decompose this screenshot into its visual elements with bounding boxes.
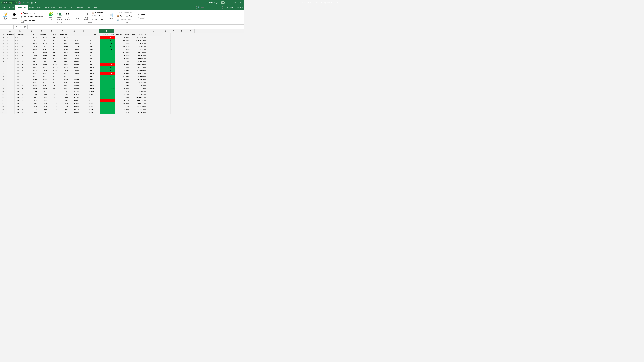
cell-7-K[interactable]: 43.91% [115, 51, 130, 54]
cell-13-A[interactable]: A [7, 69, 14, 72]
cell-23-A[interactable]: A [7, 99, 14, 102]
cell-5-D[interactable]: 57.7 [38, 45, 48, 48]
cell-21-L[interactable]: 3451100 [130, 93, 147, 96]
cell-14-E[interactable]: 60.33 [48, 72, 58, 75]
cell-5-G[interactable]: 1777400 [69, 45, 82, 48]
cell-18-J[interactable]: 0.77 [100, 84, 115, 87]
cell-12-G[interactable]: 2335100 [69, 66, 82, 69]
cell-27-K[interactable]: 3.19% [115, 111, 130, 114]
cell-3-A[interactable]: A [7, 39, 14, 42]
col-header-L[interactable]: L [129, 29, 146, 33]
cell-17-A[interactable]: A [7, 81, 14, 84]
cell-3-N[interactable] [162, 39, 170, 42]
cell-12-E[interactable]: 59.59 [48, 66, 58, 69]
header-cell-M[interactable] [147, 33, 162, 36]
cell-10-H[interactable] [82, 60, 88, 63]
cell-25-C[interactable]: 58.15 [28, 105, 38, 108]
col-header-D[interactable]: D [37, 29, 47, 33]
import-btn[interactable]: ⬇ Import [136, 12, 146, 16]
cell-8-J[interactable]: 8.38 [100, 54, 115, 57]
cell-23-J[interactable]: -6.88 [100, 99, 115, 102]
cell-13-D[interactable]: 60.5 [38, 69, 48, 72]
cell-26-Q[interactable] [187, 108, 196, 111]
insert-ctrl-btn[interactable]: ⊞ Insert [74, 11, 82, 20]
cell-21-Q[interactable] [187, 93, 196, 96]
cell-20-Q[interactable] [187, 90, 196, 93]
cell-18-B[interactable]: 20140123 [14, 84, 28, 87]
cell-3-K[interactable]: 48.54% [115, 39, 130, 42]
cell-16-P[interactable] [179, 78, 187, 81]
cell-25-M[interactable] [147, 105, 162, 108]
cell-26-B[interactable]: 20140204 [14, 108, 28, 111]
cell-7-C[interactable]: 57.33 [28, 51, 38, 54]
cell-18-P[interactable] [179, 84, 187, 87]
autosave-toggle[interactable]: AutoSave On [1, 1, 16, 4]
cell-22-O[interactable] [170, 96, 179, 99]
cell-6-L[interactable]: 237929300 [130, 48, 147, 51]
cell-10-N[interactable] [162, 60, 170, 63]
cell-23-H[interactable] [82, 99, 88, 102]
cell-21-D[interactable]: 58.88 [38, 93, 48, 96]
cell-15-C[interactable]: 60.71 [28, 75, 38, 78]
cell-2-K[interactable]: -28.41% [115, 36, 130, 39]
cell-22-P[interactable] [179, 96, 187, 99]
cell-25-O[interactable] [170, 105, 179, 108]
cell-14-M[interactable] [147, 72, 162, 75]
cell-19-J[interactable]: 2.09 [100, 87, 115, 90]
cell-13-N[interactable] [162, 69, 170, 72]
cell-15-J[interactable]: 22.18 [100, 75, 115, 78]
cell-26-O[interactable] [170, 108, 179, 111]
cell-5-K[interactable]: 54.60% [115, 45, 130, 48]
cell-18-N[interactable] [162, 84, 170, 87]
cell-4-K[interactable]: 2.73% [115, 42, 130, 45]
cell-15-P[interactable] [179, 75, 187, 78]
cell-7-N[interactable] [162, 51, 170, 54]
cell-12-A[interactable]: A [7, 66, 14, 69]
cell-21-J[interactable]: 0.49 [100, 93, 115, 96]
cell-12-O[interactable] [170, 66, 179, 69]
cell-26-G[interactable]: 2911800 [69, 108, 82, 111]
header-cell-G[interactable]: <vol> [69, 33, 82, 36]
cell-22-L[interactable]: 1516024700 [130, 96, 147, 99]
cell-2-E[interactable]: 57.19 [48, 36, 58, 39]
cell-16-I[interactable]: ABM [88, 78, 100, 81]
cell-15-M[interactable] [147, 75, 162, 78]
cell-7-L[interactable]: 200376400 [130, 51, 147, 54]
col-header-P[interactable]: P [178, 29, 186, 33]
cell-15-E[interactable]: 60.71 [48, 75, 58, 78]
cell-13-O[interactable] [170, 69, 179, 72]
cell-16-O[interactable] [170, 78, 179, 81]
cell-11-A[interactable]: A [7, 63, 14, 66]
cell-23-P[interactable] [179, 99, 187, 102]
cell-7-D[interactable]: 58.54 [38, 51, 48, 54]
record-macro-btn[interactable]: ⏺ Record Macro [20, 11, 44, 15]
cell-14-N[interactable] [162, 72, 170, 75]
cell-reference-input[interactable]: J2456 [1, 25, 13, 29]
redo-btn[interactable]: ↪ [26, 1, 29, 4]
cell-12-L[interactable]: 2303237600 [130, 66, 147, 69]
cell-8-A[interactable]: A [7, 54, 14, 57]
cell-11-C[interactable]: 59.16 [28, 63, 38, 66]
cell-17-Q[interactable] [187, 81, 196, 84]
cell-18-Q[interactable] [187, 84, 196, 87]
cell-10-I[interactable]: AB [88, 60, 100, 63]
cell-7-B[interactable]: 20140108 [14, 51, 28, 54]
cell-6-K[interactable]: 3.98% [115, 48, 130, 51]
cell-23-K[interactable]: -39.02% [115, 99, 130, 102]
cell-9-G[interactable]: 1623300 [69, 57, 82, 60]
cell-6-B[interactable]: 20140107 [14, 48, 28, 51]
cell-6-A[interactable]: A [7, 48, 14, 51]
cell-19-E[interactable]: 57.71 [48, 87, 58, 90]
cell-8-H[interactable] [82, 54, 88, 57]
cell-3-P[interactable] [179, 39, 187, 42]
cell-11-K[interactable]: -20.37% [115, 63, 130, 66]
header-cell-Q[interactable] [187, 33, 196, 36]
cell-13-J[interactable]: 19.85 [100, 69, 115, 72]
cell-15-Q[interactable] [187, 75, 196, 78]
cell-15-B[interactable]: 20140120 [14, 75, 28, 78]
cell-10-D[interactable]: 59.1 [38, 60, 48, 63]
cell-4-B[interactable]: 20140103 [14, 42, 28, 45]
cell-25-N[interactable] [162, 105, 170, 108]
cell-14-O[interactable] [170, 72, 179, 75]
cell-16-E[interactable]: 59.86 [48, 78, 58, 81]
